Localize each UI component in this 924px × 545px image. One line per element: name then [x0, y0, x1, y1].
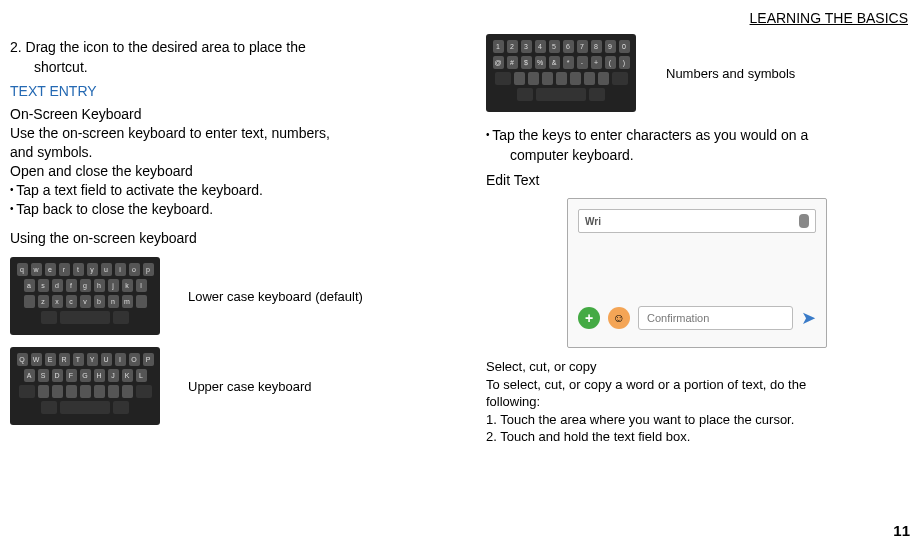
key-space — [60, 311, 110, 324]
key: E — [45, 353, 56, 366]
select-step1: 1. Touch the area where you want to plac… — [486, 411, 908, 429]
key: T — [73, 353, 84, 366]
section-text-entry: TEXT ENTRY — [10, 83, 460, 99]
key: W — [31, 353, 42, 366]
key: J — [108, 369, 119, 382]
key — [136, 295, 147, 308]
key-enter — [113, 311, 129, 324]
key: 2 — [507, 40, 518, 53]
using-keyboard-heading: Using the on-screen keyboard — [10, 229, 460, 248]
key: + — [591, 56, 602, 69]
keyboard-upper-row: QWERTYUIOP ASDFGHJKL Upper case keyboard — [10, 347, 460, 425]
keyboard-lower-caption: Lower case keyboard (default) — [188, 289, 363, 304]
key: m — [122, 295, 133, 308]
keyboard-numbers-row: 1234567890 @#$%&*-+() Numbers and symbol… — [486, 34, 908, 112]
key: F — [66, 369, 77, 382]
tap-instruction: Tap the keys to enter characters as you … — [486, 126, 908, 165]
key: 9 — [605, 40, 616, 53]
key: b — [94, 295, 105, 308]
key: d — [52, 279, 63, 292]
key: o — [129, 263, 140, 276]
tap-line2: computer keyboard. — [486, 146, 908, 166]
keyboard-numbers-image: 1234567890 @#$%&*-+() — [486, 34, 636, 112]
key: 3 — [521, 40, 532, 53]
key — [24, 295, 35, 308]
key: 5 — [549, 40, 560, 53]
key: n — [108, 295, 119, 308]
osk-desc-line2: and symbols. — [10, 143, 460, 162]
key: y — [87, 263, 98, 276]
keyboard-numbers-caption: Numbers and symbols — [666, 66, 795, 81]
key: x — [52, 295, 63, 308]
key: 8 — [591, 40, 602, 53]
key-sym — [41, 401, 57, 414]
key: v — [80, 295, 91, 308]
select-body-line1: To select, cut, or copy a word or a port… — [486, 376, 908, 394]
onscreen-keyboard-heading: On-Screen Keyboard — [10, 105, 460, 124]
key: I — [115, 353, 126, 366]
osk-desc-line1: Use the on-screen keyboard to enter text… — [10, 124, 460, 143]
key: P — [143, 353, 154, 366]
key: a — [24, 279, 35, 292]
key: ) — [619, 56, 630, 69]
key: U — [101, 353, 112, 366]
key-enter — [589, 88, 605, 101]
key: # — [507, 56, 518, 69]
step-2-line1: 2. Drag the icon to the desired area to … — [10, 39, 306, 55]
confirmation-text: Confirmation — [647, 312, 709, 324]
key: & — [549, 56, 560, 69]
key: r — [59, 263, 70, 276]
page-header: LEARNING THE BASICS — [10, 10, 908, 26]
key: u — [101, 263, 112, 276]
bullet-activate: Tap a text field to activate the keyboar… — [10, 181, 460, 200]
key-backspace — [136, 385, 152, 398]
keyboard-upper-caption: Upper case keyboard — [188, 379, 312, 394]
emoji-icon: ☺ — [608, 307, 630, 329]
select-step2: 2. Touch and hold the text field box. — [486, 428, 908, 446]
key: G — [80, 369, 91, 382]
select-cut-copy-heading: Select, cut, or copy — [486, 358, 908, 376]
key: t — [73, 263, 84, 276]
edit-text-field: Wri — [578, 209, 816, 233]
key-shift — [19, 385, 35, 398]
key-space — [536, 88, 586, 101]
mic-icon — [799, 214, 809, 228]
key: 1 — [493, 40, 504, 53]
left-column: 2. Drag the icon to the desired area to … — [10, 30, 460, 446]
select-body-line2: following: — [486, 393, 908, 411]
key: 4 — [535, 40, 546, 53]
key: 7 — [577, 40, 588, 53]
key: Y — [87, 353, 98, 366]
key: K — [122, 369, 133, 382]
key: S — [38, 369, 49, 382]
key-enter — [113, 401, 129, 414]
key: 0 — [619, 40, 630, 53]
edit-text-value: Wri — [585, 216, 601, 227]
edit-text-image: Wri + ☺ Confirmation ➤ — [567, 198, 827, 348]
bullet-close: Tap back to close the keyboard. — [10, 200, 460, 219]
key: @ — [493, 56, 504, 69]
key: f — [66, 279, 77, 292]
plus-icon: + — [578, 307, 600, 329]
key: H — [94, 369, 105, 382]
key: O — [129, 353, 140, 366]
key: z — [38, 295, 49, 308]
key: p — [143, 263, 154, 276]
confirmation-field: Confirmation — [638, 306, 793, 330]
key: * — [563, 56, 574, 69]
key: h — [94, 279, 105, 292]
key: i — [115, 263, 126, 276]
step-2-line2: shortcut. — [10, 58, 460, 78]
key: Q — [17, 353, 28, 366]
keyboard-lower-image: qwertyuiop asdfghjkl zxcvbnm — [10, 257, 160, 335]
key-sym — [41, 311, 57, 324]
step-2: 2. Drag the icon to the desired area to … — [10, 38, 460, 77]
key: - — [577, 56, 588, 69]
key: L — [136, 369, 147, 382]
tap-line1: Tap the keys to enter characters as you … — [486, 127, 808, 143]
right-column: 1234567890 @#$%&*-+() Numbers and symbol… — [486, 30, 908, 446]
key: c — [66, 295, 77, 308]
send-icon: ➤ — [801, 307, 816, 329]
header-title: LEARNING THE BASICS — [750, 10, 908, 26]
keyboard-upper-image: QWERTYUIOP ASDFGHJKL — [10, 347, 160, 425]
